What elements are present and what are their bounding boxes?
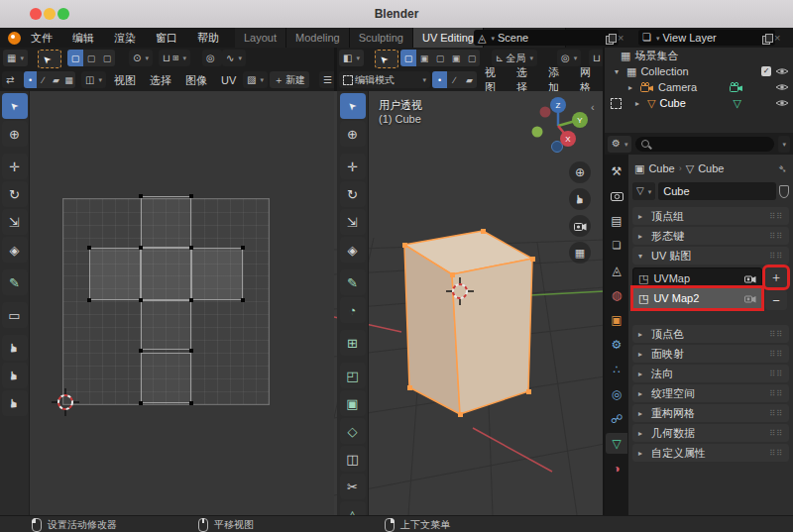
uv-sync-selection-button[interactable]: ⇄ — [2, 71, 24, 88]
view-layer-selector[interactable]: ❏ ▾ View Layer — [638, 30, 775, 46]
tab-particles[interactable]: ∴ — [606, 359, 627, 379]
minimize-window-button[interactable] — [44, 8, 56, 20]
panel-normals[interactable]: ▸ 法向⠿⠿ — [632, 365, 789, 382]
tab-modifiers[interactable]: ⚙ — [606, 334, 627, 355]
tool-measure[interactable]: ◔ — [340, 297, 366, 323]
uv-face[interactable] — [141, 300, 191, 350]
new-view-layer-icon[interactable] — [762, 34, 771, 43]
tool-extrude-region[interactable]: ◰ — [340, 363, 366, 388]
outliner-row-collection[interactable]: ▾ ▦ Collection ✓ — [605, 63, 793, 79]
eye-icon[interactable] — [775, 98, 789, 108]
drag-dots-icon[interactable]: ⠿⠿ — [769, 330, 783, 339]
tab-object-data[interactable]: ▽ — [606, 433, 627, 454]
panel-vertex-colors[interactable]: ▸ 顶点色⠿⠿ — [632, 325, 789, 343]
drag-dots-icon[interactable]: ⠿⠿ — [769, 370, 783, 378]
tool-scale[interactable]: ⇲ — [340, 209, 366, 235]
tool-knife[interactable]: ✂ — [340, 474, 366, 499]
vertex-select-icon[interactable]: • — [432, 71, 447, 88]
workspace-tab-layout[interactable]: Layout — [235, 28, 286, 48]
tab-scene[interactable]: ◬ — [606, 260, 627, 280]
outliner-row-cube[interactable]: ▸ ▽ Cube ▽ — [605, 95, 793, 111]
uv-face[interactable] — [141, 248, 191, 300]
workspace-tab-sculpting[interactable]: Sculpting — [350, 28, 413, 48]
blender-logo-icon[interactable] — [8, 32, 21, 45]
panel-uv-maps[interactable]: ▾ UV 贴图⠿⠿ — [632, 247, 789, 265]
uv-tool-cursor[interactable]: ⊕ — [2, 121, 28, 147]
tool-rotate[interactable]: ↻ — [340, 181, 366, 207]
render-camera-icon[interactable] — [744, 274, 756, 283]
uv-canvas[interactable] — [30, 91, 334, 515]
collection-checkbox[interactable]: ✓ — [761, 66, 771, 76]
pan-view-button[interactable]: ☛ — [569, 188, 591, 210]
uv-tool-annotate[interactable]: ✎ — [2, 269, 28, 295]
uv-menu-uv[interactable]: UV — [214, 69, 243, 91]
uv-snap-button[interactable]: ⊔ ⊞ ▾ — [159, 50, 190, 66]
tab-world[interactable]: ◍ — [606, 284, 627, 305]
uv-tool-rip-region[interactable]: ▭ — [2, 302, 28, 328]
uv-island-mode-icon[interactable]: ▦ — [62, 71, 75, 88]
uv-editor-type-button[interactable]: ▦▾ — [3, 50, 28, 66]
workspace-tab-modeling[interactable]: Modeling — [286, 28, 350, 48]
viewport-editor-type-button[interactable]: ◧▾ — [339, 50, 364, 66]
add-uv-map-button[interactable]: ＋ — [765, 267, 787, 287]
remove-view-layer-icon[interactable]: × — [771, 32, 783, 44]
remove-uv-map-button[interactable]: − — [765, 290, 787, 310]
uv-vertex-mode-icon[interactable]: • — [24, 71, 37, 88]
tab-render[interactable] — [606, 185, 627, 206]
menu-file[interactable]: 文件 — [21, 28, 62, 48]
mesh-datablock-selector[interactable]: ▽▾ — [632, 182, 655, 200]
panel-texture-space[interactable]: ▸ 纹理空间⠿⠿ — [632, 384, 789, 402]
uv-tool-rotate[interactable]: ↻ — [2, 181, 28, 207]
uv-sticky-selection-button[interactable]: ◫▾ — [81, 71, 106, 88]
scene-selector[interactable]: ◬ ▾ Scene — [474, 30, 619, 46]
viewport-active-tool-button[interactable]: ➤ — [375, 50, 398, 68]
breadcrumb-data[interactable]: Cube — [698, 162, 774, 174]
drag-dots-icon[interactable]: ⠿⠿ — [769, 389, 783, 398]
tool-select-box[interactable]: ➤ — [340, 93, 366, 119]
tool-move[interactable]: ✛ — [340, 154, 366, 179]
uv-menu-image[interactable]: 图像 — [178, 69, 214, 91]
tool-inset-faces[interactable]: ▣ — [340, 390, 366, 416]
camera-view-button[interactable] — [569, 215, 591, 237]
drag-dots-icon[interactable]: ⠿⠿ — [769, 409, 783, 418]
uv-face-mode-icon[interactable]: ▰ — [50, 71, 62, 88]
uv-tool-transform[interactable]: ◈ — [2, 237, 28, 263]
tab-constraints[interactable]: ☍ — [606, 408, 627, 429]
uv-pivot-button[interactable]: ⊙▾ — [129, 50, 153, 66]
drag-dots-icon[interactable]: ⠿⠿ — [769, 232, 783, 241]
scene-name[interactable]: Scene — [498, 32, 603, 44]
maximize-window-button[interactable] — [57, 8, 69, 20]
expand-arrow-icon[interactable]: ▸ — [628, 83, 636, 92]
tool-transform[interactable]: ◈ — [340, 237, 366, 263]
uv-face[interactable] — [141, 196, 191, 248]
uv-select-extend-icon[interactable]: ▢ — [83, 50, 99, 66]
eye-icon[interactable] — [775, 82, 789, 92]
panel-geometry-data[interactable]: ▸ 几何数据⠿⠿ — [632, 424, 789, 442]
view-layer-name[interactable]: View Layer — [662, 32, 759, 44]
mode-selector-button[interactable]: 编辑模式▾ — [339, 71, 430, 88]
drag-dots-icon[interactable]: ⠿⠿ — [769, 350, 783, 359]
uv-proportional-edit-button[interactable]: ◎ — [202, 50, 222, 66]
mesh-name-field[interactable]: Cube — [658, 182, 776, 200]
select-invert-icon[interactable]: ▣ — [448, 50, 464, 66]
outliner-row-scene-collection[interactable]: ▦ 场景集合 — [605, 48, 793, 63]
uv-edge-mode-icon[interactable]: ∕ — [37, 71, 50, 88]
panel-remesh[interactable]: ▸ 重构网格⠿⠿ — [632, 404, 789, 422]
render-camera-icon[interactable] — [744, 294, 756, 303]
tool-annotate[interactable]: ✎ — [340, 269, 366, 295]
tool-bevel[interactable]: ◇ — [340, 418, 366, 444]
drag-dots-icon[interactable]: ⠿⠿ — [769, 429, 783, 438]
uv-tool-move[interactable]: ✛ — [2, 154, 28, 179]
sidebar-toggle-arrow-icon[interactable]: ‹ — [591, 101, 595, 113]
eye-icon[interactable] — [775, 66, 789, 76]
uv-2d-cursor[interactable] — [51, 387, 80, 417]
properties-search-input[interactable] — [635, 137, 774, 152]
uv-tool-grab[interactable]: ☛ — [2, 335, 28, 361]
menu-render[interactable]: 渲染 — [104, 28, 146, 48]
close-window-button[interactable] — [30, 8, 42, 20]
image-selector-button[interactable]: ▨▾ — [243, 71, 268, 88]
menu-help[interactable]: 帮助 — [187, 28, 229, 48]
viewport-menu-select[interactable]: 选择 — [510, 69, 541, 91]
uv-select-new-icon[interactable]: ▢ — [67, 50, 83, 66]
face-select-icon[interactable]: ▰ — [462, 71, 477, 88]
